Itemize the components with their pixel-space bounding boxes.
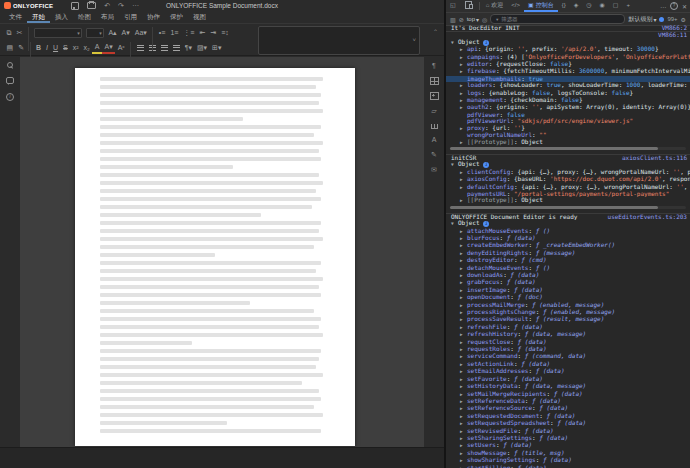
redo-icon[interactable]: ↷ <box>114 0 128 11</box>
change-case-icon[interactable]: Aa▾ <box>132 28 149 38</box>
console-row[interactable]: ▶setFavorite: ƒ (data) <box>446 376 690 383</box>
console-row[interactable]: ▶setMailMergeRecipients: ƒ (data) <box>446 391 690 398</box>
console-row[interactable]: ▶setActionLink: ƒ (data) <box>446 361 690 368</box>
console-row[interactable]: ▼Object i <box>446 220 690 227</box>
align-right-icon[interactable] <box>161 45 168 51</box>
table-settings-icon[interactable] <box>430 77 439 85</box>
save-icon[interactable] <box>71 2 79 10</box>
tab-network[interactable]: ◈ <box>570 0 583 12</box>
console-row[interactable]: ▶oauth2: {origins: '', apiSystem: Array(… <box>446 104 690 111</box>
console-row[interactable]: ▶setHistoryData: ƒ (data, message) <box>446 383 690 390</box>
console-row[interactable]: ▶createEmbedWorker: ƒ _createEmbedWorker… <box>446 242 690 249</box>
tab-application[interactable]: ▢ <box>609 0 623 12</box>
shape-settings-icon[interactable]: ▱ <box>431 107 436 115</box>
console-filter-input[interactable]: ▼ 筛选器 <box>490 14 625 24</box>
console-row[interactable]: ▶insertImage: ƒ (data) <box>446 287 690 294</box>
console-sidebar-icon[interactable]: ▥ <box>450 16 456 23</box>
underline-icon[interactable]: U <box>51 43 61 53</box>
copy-style-icon[interactable]: ✎ <box>16 43 27 53</box>
console-row[interactable]: ▶setRevisedFile: ƒ (data) <box>446 428 690 435</box>
more-tabs-button[interactable]: + <box>622 0 634 12</box>
tab-console[interactable]: ▣ 控制台 <box>524 0 558 12</box>
console-row[interactable]: ▶openDocument: ƒ (doc) <box>446 294 690 301</box>
console-row[interactable]: ▶editor: {requestClose: false} <box>446 61 690 68</box>
bold-icon[interactable]: B <box>34 43 44 53</box>
devtools-close-icon[interactable]: ✕ <box>682 3 687 10</box>
tab-elements[interactable]: </> <box>507 0 524 12</box>
decrease-indent-icon[interactable]: ⇤ <box>197 28 208 38</box>
console-row[interactable]: ▶logs: {enableLog: false, logsToConsole:… <box>446 90 690 97</box>
menu-tab[interactable]: 引用 <box>119 11 142 23</box>
menu-tab[interactable]: 保护 <box>165 11 188 23</box>
inspect-element-icon[interactable]: ◱ <box>446 0 460 12</box>
tab-performance[interactable]: ◷ <box>582 0 595 12</box>
devtools-help-icon[interactable]: ? <box>670 2 678 10</box>
menu-tab[interactable]: 协作 <box>142 11 165 23</box>
context-select[interactable]: top▾ <box>467 16 479 23</box>
console-row[interactable]: ▶processMailMerge: ƒ (enabled, message) <box>446 302 690 309</box>
document-page[interactable] <box>75 68 355 446</box>
console-row[interactable]: ▶downloadAs: ƒ (data) <box>446 272 690 279</box>
console-settings-icon[interactable]: ⚙ <box>681 16 686 23</box>
signature-settings-icon[interactable]: ✎ <box>431 151 437 159</box>
console-row[interactable]: ▶axiosConfig: {baseURL: 'https://doc.dqu… <box>446 176 690 183</box>
menu-tab[interactable]: 绘图 <box>73 11 96 23</box>
console-row[interactable]: ▶management: {checkDomain: false} <box>446 97 690 104</box>
console-row[interactable]: ▶setRequestedDocument: ƒ (data) <box>446 413 690 420</box>
paragraph-marks-icon[interactable]: ¶▾ <box>182 43 194 53</box>
align-justify-icon[interactable] <box>173 45 180 51</box>
mailmerge-settings-icon[interactable]: ✉ <box>431 166 437 174</box>
console-source-link[interactable]: VM866:11 <box>658 32 687 38</box>
strikeout-icon[interactable]: S <box>61 43 71 53</box>
console-row[interactable]: ▶blurFocus: ƒ (data) <box>446 235 690 242</box>
document-canvas[interactable] <box>20 57 424 448</box>
console-source-link[interactable]: useEditorEvents.ts:203 <box>608 214 687 220</box>
bullet-list-icon[interactable]: •≡ <box>156 28 168 38</box>
console-row[interactable]: ▶setUsers: ƒ (data) <box>446 442 690 449</box>
tab-welcome[interactable]: ⌂ 欢迎 <box>482 0 508 12</box>
console-row[interactable]: ▶startFilling: ƒ (data) <box>446 465 690 468</box>
menu-tab[interactable]: 视图 <box>188 11 211 23</box>
console-source-link[interactable]: axiosClient.ts:116 <box>622 155 687 161</box>
print-icon[interactable] <box>87 2 96 9</box>
console-row[interactable]: ▶refreshHistory: ƒ (data, message) <box>446 331 690 338</box>
copy-icon[interactable]: ⧉ <box>4 28 14 38</box>
tab-memory[interactable]: ◉ <box>596 0 609 12</box>
console-row[interactable]: ▶attachMouseEvents: ƒ () <box>446 228 690 235</box>
feedback-icon[interactable] <box>6 77 14 84</box>
font-color-icon[interactable]: A▾ <box>102 42 115 54</box>
clear-style-icon[interactable]: Aˣ <box>115 43 127 53</box>
line-spacing-icon[interactable]: ≡↕ <box>219 28 232 38</box>
issues-count[interactable]: 99+ <box>667 16 677 22</box>
menu-tab[interactable]: 开始 <box>27 11 50 23</box>
console-row[interactable]: ▶api: {origin: '', prefix: '/api/2.0', t… <box>446 46 690 53</box>
menu-tab[interactable]: 插入 <box>50 11 73 23</box>
console-row[interactable]: ▶serviceCommand: ƒ (command, data) <box>446 353 690 360</box>
paste-icon[interactable]: ▤ <box>4 43 16 53</box>
console-row[interactable]: ▼Object i <box>446 161 690 168</box>
console-row[interactable]: ▶setRequestedSpreadsheet: ƒ (data) <box>446 420 690 427</box>
chart-settings-icon[interactable] <box>431 122 438 129</box>
console-row[interactable]: ▶refreshFile: ƒ (data) <box>446 324 690 331</box>
search-icon[interactable] <box>7 62 13 68</box>
console-row[interactable]: ▶setReferenceData: ƒ (data) <box>446 398 690 405</box>
tab-sources[interactable]: {} <box>558 0 570 12</box>
borders-icon[interactable]: ⊞▾ <box>210 43 224 53</box>
increase-indent-icon[interactable]: ⇥ <box>208 28 219 38</box>
shading-icon[interactable]: ▨▾ <box>194 43 209 53</box>
subscript-icon[interactable]: x₂ <box>81 43 92 53</box>
undo-icon[interactable]: ↶ <box>100 0 114 11</box>
menu-tab[interactable]: 布局 <box>96 11 119 23</box>
increase-font-icon[interactable]: A▴ <box>106 28 119 38</box>
console-row[interactable]: ▶campaigns: (4) ['OnlyofficeForDeveloper… <box>446 54 690 61</box>
align-left-icon[interactable] <box>137 45 144 51</box>
devtools-more-options-icon[interactable]: ⋯ <box>660 3 666 10</box>
paragraph-settings-icon[interactable]: ¶ <box>432 62 436 70</box>
textart-settings-icon[interactable]: A <box>432 136 437 144</box>
console-row[interactable]: ▶showMessage: ƒ (title, msg) <box>446 450 690 457</box>
superscript-icon[interactable]: x² <box>70 43 81 53</box>
collapse-toolbar-icon[interactable]: ⌃ <box>433 28 438 35</box>
console-hscrollbar[interactable] <box>446 146 690 154</box>
italic-icon[interactable]: I <box>44 43 51 53</box>
numbered-list-icon[interactable]: 1≡ <box>168 28 181 38</box>
